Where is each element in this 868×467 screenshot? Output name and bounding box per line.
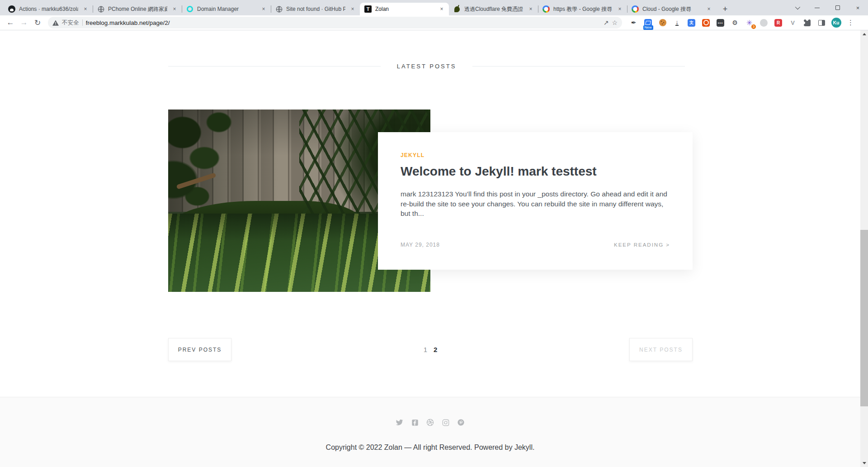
tab-actions-github[interactable]: Actions · markku636/zola × bbox=[4, 3, 93, 15]
disabled-extension-icon[interactable] bbox=[759, 18, 769, 28]
red-r-extension-icon[interactable]: R bbox=[773, 18, 783, 28]
tab-title: Actions · markku636/zola bbox=[19, 6, 78, 12]
header-rule-right bbox=[472, 66, 685, 67]
dribbble-icon[interactable] bbox=[426, 419, 434, 426]
page-content: LATEST POSTS JEKYLL Welcome to Jekyll! m… bbox=[0, 30, 868, 467]
scrollbar-thumb[interactable] bbox=[860, 230, 868, 406]
page-scrollbar[interactable] bbox=[860, 30, 868, 467]
pagination-numbers: 1 2 bbox=[412, 338, 448, 361]
post-title-link[interactable]: Welcome to Jekyll! mark testtest bbox=[401, 164, 670, 179]
tab-strip: Actions · markku636/zola × PChome Online… bbox=[0, 0, 868, 15]
godaddy-icon bbox=[186, 5, 193, 13]
tab-cloud-search[interactable]: Cloud - Google 搜尋 × bbox=[627, 3, 716, 15]
tab-title: Domain Manager bbox=[197, 6, 256, 12]
section-title: LATEST POSTS bbox=[397, 63, 457, 70]
tab-site-not-found[interactable]: Site not found · GitHub P × bbox=[271, 3, 360, 15]
not-secure-warning-icon[interactable] bbox=[52, 20, 59, 26]
cookie-extension-icon[interactable] bbox=[657, 18, 668, 28]
tab-title: 透過Cloudflare 免費憑證 bbox=[464, 5, 524, 13]
address-bar[interactable]: 不安全 freeblog.markkulab.net/page/2/ ↗ ☆ bbox=[48, 17, 622, 29]
puzzle-extensions-icon[interactable] bbox=[802, 18, 812, 28]
instagram-icon[interactable] bbox=[442, 419, 449, 426]
new-badge-extension-icon[interactable]: New bbox=[643, 18, 653, 28]
url-text: freeblog.markkulab.net/page/2/ bbox=[86, 19, 600, 26]
prev-posts-button[interactable]: PREV POSTS bbox=[168, 338, 231, 361]
globe-icon bbox=[97, 5, 104, 13]
facebook-icon[interactable] bbox=[411, 419, 419, 426]
back-button[interactable]: ← bbox=[5, 17, 16, 29]
latest-posts-header: LATEST POSTS bbox=[168, 63, 685, 70]
tab-title: PChome Online 網路家庭 bbox=[108, 5, 167, 13]
page-number-1[interactable]: 1 bbox=[424, 346, 427, 353]
tab-title: Cloud - Google 搜尋 bbox=[642, 5, 702, 13]
close-icon[interactable]: × bbox=[705, 5, 712, 13]
close-icon[interactable]: × bbox=[260, 5, 267, 13]
download-icon[interactable]: ↓ bbox=[672, 18, 682, 28]
header-rule-left bbox=[168, 66, 381, 67]
extensions-row: ✒ New ↓ 文 ••• ⚙ ✳3 R V Ku ⋮ bbox=[628, 18, 856, 28]
window-controls: × bbox=[787, 0, 868, 15]
post-excerpt: mark 123123123 You’ll find this post in … bbox=[401, 189, 670, 219]
translate-icon[interactable]: 文 bbox=[686, 18, 697, 28]
globe-icon bbox=[275, 5, 283, 13]
share-icon[interactable]: ↗ bbox=[604, 19, 609, 26]
browser-toolbar: ← → ↻ 不安全 freeblog.markkulab.net/page/2/… bbox=[0, 15, 868, 30]
social-icons-row bbox=[0, 419, 860, 426]
v-extension-icon[interactable]: V bbox=[788, 18, 798, 28]
close-icon[interactable]: × bbox=[438, 5, 445, 13]
tab-pchome[interactable]: PChome Online 網路家庭 × bbox=[93, 3, 182, 15]
tab-https-search[interactable]: https 教學 - Google 搜尋 × bbox=[538, 3, 627, 15]
copyright-text: Copyright © 2022 Zolan — All right Reser… bbox=[0, 443, 860, 452]
security-label[interactable]: 不安全 bbox=[62, 19, 79, 27]
tab-zolan-active[interactable]: T Zolan × bbox=[360, 3, 449, 15]
gear-icon[interactable]: ⚙ bbox=[730, 18, 740, 28]
github-icon bbox=[8, 5, 15, 13]
close-icon[interactable]: × bbox=[171, 5, 178, 13]
close-icon[interactable]: × bbox=[349, 5, 356, 13]
window-close-button[interactable]: × bbox=[848, 0, 868, 15]
post-date: MAY 29, 2018 bbox=[401, 242, 440, 248]
site-footer: Copyright © 2022 Zolan — All right Reser… bbox=[0, 397, 860, 467]
next-posts-button[interactable]: NEXT POSTS bbox=[629, 338, 693, 361]
forward-button[interactable]: → bbox=[18, 17, 30, 29]
google-icon bbox=[542, 5, 550, 13]
leaf-icon bbox=[453, 5, 461, 13]
google-icon bbox=[632, 5, 639, 13]
orange-o-extension-icon[interactable] bbox=[701, 18, 711, 28]
keep-reading-link[interactable]: KEEP READING > bbox=[614, 242, 670, 248]
pen-extension-icon[interactable]: ✒ bbox=[628, 18, 639, 28]
tab-title: Zolan bbox=[375, 6, 434, 12]
ellipsis-extension-icon[interactable]: ••• bbox=[715, 18, 726, 28]
post-category-link[interactable]: JEKYLL bbox=[401, 152, 670, 158]
reload-button[interactable]: ↻ bbox=[32, 17, 43, 29]
bookmark-star-icon[interactable]: ☆ bbox=[612, 19, 618, 26]
starburst-extension-icon[interactable]: ✳3 bbox=[744, 18, 755, 28]
tab-cloudflare-cert[interactable]: 透過Cloudflare 免費憑證 × bbox=[449, 3, 538, 15]
restore-button[interactable] bbox=[827, 0, 848, 15]
pinterest-icon[interactable] bbox=[457, 419, 465, 426]
scroll-down-button[interactable] bbox=[860, 459, 868, 467]
close-icon[interactable]: × bbox=[616, 5, 623, 13]
minimize-button[interactable] bbox=[807, 0, 827, 15]
tab-search-chevron-icon[interactable] bbox=[787, 0, 807, 15]
profile-avatar[interactable]: Ku bbox=[831, 18, 841, 28]
twitter-icon[interactable] bbox=[396, 419, 403, 426]
new-tab-button[interactable]: + bbox=[719, 3, 731, 15]
tab-title: Site not found · GitHub P bbox=[286, 6, 345, 12]
side-panel-icon[interactable] bbox=[816, 18, 827, 28]
kebab-menu-icon[interactable]: ⋮ bbox=[845, 18, 856, 28]
tab-domain-manager[interactable]: Domain Manager × bbox=[182, 3, 271, 15]
post-meta-row: MAY 29, 2018 KEEP READING > bbox=[401, 242, 670, 248]
tab-title: https 教學 - Google 搜尋 bbox=[553, 5, 613, 13]
scroll-up-button[interactable] bbox=[860, 30, 868, 38]
page-number-2-current: 2 bbox=[434, 346, 437, 353]
zolan-favicon-icon: T bbox=[364, 5, 372, 13]
omnibox-divider bbox=[82, 19, 83, 26]
post-card: JEKYLL Welcome to Jekyll! mark testtest … bbox=[378, 132, 693, 270]
close-icon[interactable]: × bbox=[82, 5, 89, 13]
close-icon[interactable]: × bbox=[527, 5, 534, 13]
